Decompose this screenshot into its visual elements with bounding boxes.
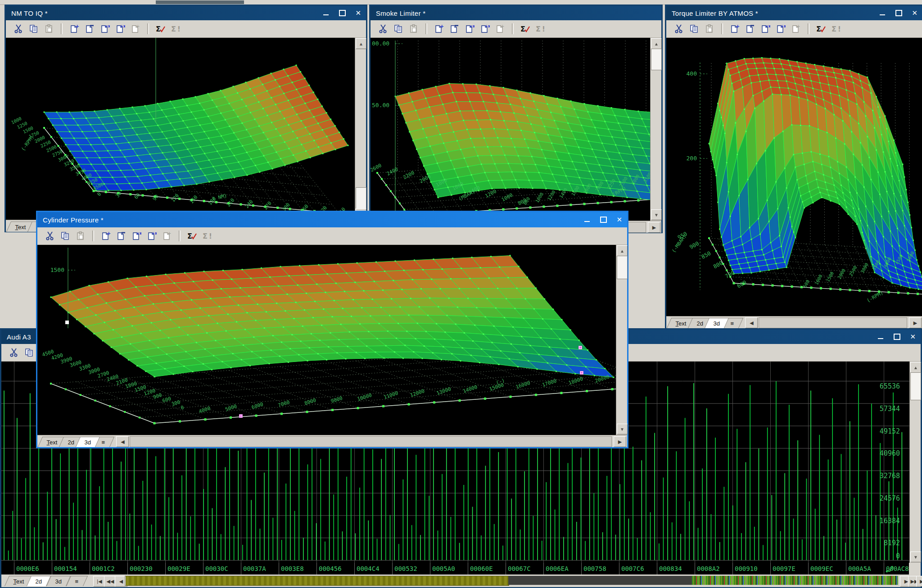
cut-icon[interactable] bbox=[377, 23, 389, 35]
titlebar-nm-to-iq[interactable]: NM TO IQ * ✕ bbox=[6, 6, 366, 20]
minimize-button[interactable] bbox=[321, 9, 331, 18]
svg-text:+x: +x bbox=[120, 24, 125, 28]
cylinder-vertical-scrollbar[interactable]: ▲ ▼ bbox=[616, 245, 627, 435]
svg-text:+: + bbox=[107, 231, 111, 236]
scroll-thumb[interactable] bbox=[617, 256, 628, 279]
copy-icon[interactable] bbox=[59, 230, 72, 242]
torque-3d-surface-plot[interactable] bbox=[666, 38, 922, 316]
doc-plus-icon[interactable]: + bbox=[99, 230, 112, 242]
scroll-up-arrow[interactable]: ▲ bbox=[910, 362, 921, 373]
sigma-check-icon[interactable]: Σ bbox=[154, 23, 167, 35]
toolbar-separator bbox=[721, 23, 723, 34]
minimize-button[interactable] bbox=[582, 215, 592, 224]
address-label: 000154 bbox=[52, 563, 90, 574]
sigma-check-icon[interactable]: Σ bbox=[815, 23, 827, 35]
sigma-excl-icon[interactable]: Σ ! bbox=[201, 230, 214, 242]
hscroll-left-arrow[interactable]: ◀ bbox=[745, 317, 758, 328]
hscroll-thumb-map-colored[interactable] bbox=[126, 576, 509, 586]
address-label: 00037A bbox=[241, 563, 279, 574]
sigma-excl-icon[interactable]: Σ ! bbox=[170, 23, 182, 35]
hscroll-right-arrow[interactable]: ▶ bbox=[614, 436, 626, 447]
svg-text:+: + bbox=[796, 24, 800, 29]
hscroll-track-dark[interactable] bbox=[508, 576, 692, 585]
doc-minus-icon[interactable] bbox=[744, 23, 756, 35]
scroll-up-arrow[interactable]: ▲ bbox=[651, 38, 662, 49]
doc-add-icon[interactable]: + bbox=[494, 23, 506, 35]
cut-icon[interactable] bbox=[673, 23, 685, 35]
maximize-button[interactable] bbox=[337, 9, 347, 18]
hscroll-map-overview-stripes[interactable] bbox=[692, 576, 898, 585]
doc-eqx-icon[interactable]: =x bbox=[130, 230, 143, 242]
doc-add-icon[interactable]: + bbox=[129, 23, 142, 35]
titlebar-smoke-limiter[interactable]: Smoke Limiter * bbox=[371, 6, 661, 20]
address-label: 00097E bbox=[770, 563, 808, 574]
maximize-button[interactable] bbox=[598, 215, 608, 224]
address-label: 000230 bbox=[127, 563, 165, 574]
close-button[interactable]: ✕ bbox=[908, 332, 918, 341]
doc-plus-icon[interactable]: + bbox=[728, 23, 741, 35]
doc-minus-icon[interactable] bbox=[83, 23, 96, 35]
doc-plusx-icon[interactable]: +x bbox=[114, 23, 127, 35]
doc-minus-icon[interactable] bbox=[115, 230, 127, 242]
cut-icon[interactable] bbox=[8, 346, 20, 359]
close-button[interactable]: ✕ bbox=[910, 9, 920, 18]
sigma-check-icon[interactable]: Σ bbox=[186, 230, 199, 242]
toolbar-smoke: + =x +x + Σ Σ ! bbox=[371, 20, 661, 38]
doc-plusx-icon[interactable]: +x bbox=[145, 230, 158, 242]
svg-text:!: ! bbox=[209, 232, 212, 240]
scroll-up-arrow[interactable]: ▲ bbox=[617, 245, 628, 256]
copy-icon[interactable] bbox=[392, 23, 405, 35]
doc-add-icon[interactable]: + bbox=[161, 230, 173, 242]
nm-3d-surface-plot[interactable] bbox=[6, 38, 355, 220]
copy-icon[interactable] bbox=[27, 23, 40, 35]
hscroll-right-arrow[interactable]: ▶ bbox=[648, 222, 660, 233]
hscroll-left-arrow[interactable]: ◀ bbox=[116, 436, 129, 447]
paste-icon[interactable] bbox=[407, 23, 420, 35]
cut-icon[interactable] bbox=[12, 23, 25, 35]
titlebar-torque-limiter[interactable]: Torque Limiter BY ATMOS * ✕ bbox=[666, 6, 922, 20]
doc-minus-icon[interactable] bbox=[448, 23, 461, 35]
doc-eqx-icon[interactable]: =x bbox=[759, 23, 772, 35]
nav--fwd-button[interactable]: ▶| bbox=[916, 576, 922, 587]
minimize-button[interactable] bbox=[876, 332, 886, 341]
toolbar-separator bbox=[425, 23, 427, 34]
scroll-up-arrow[interactable]: ▲ bbox=[356, 38, 366, 49]
doc-plus-icon[interactable]: + bbox=[433, 23, 445, 35]
sigma-excl-icon[interactable]: Σ ! bbox=[534, 23, 547, 35]
scroll-thumb[interactable] bbox=[356, 187, 366, 209]
doc-eqx-icon[interactable]: =x bbox=[463, 23, 476, 35]
sigma-excl-icon[interactable]: Σ ! bbox=[830, 23, 843, 35]
paste-icon[interactable] bbox=[703, 23, 716, 35]
doc-plusx-icon[interactable]: +x bbox=[774, 23, 787, 35]
minimize-button[interactable] bbox=[877, 9, 887, 18]
audi-vertical-scrollbar[interactable]: ▲ ▼ bbox=[909, 362, 921, 563]
hscroll-track[interactable] bbox=[130, 436, 612, 447]
titlebar-cylinder-pressure[interactable]: Cylinder Pressure * ✕ bbox=[37, 212, 627, 227]
scroll-thumb[interactable] bbox=[651, 49, 662, 70]
hscroll-right-arrow[interactable]: ▶ bbox=[909, 317, 922, 328]
paste-icon[interactable] bbox=[43, 23, 55, 35]
copy-icon[interactable] bbox=[23, 346, 36, 359]
scroll-down-arrow[interactable]: ▼ bbox=[910, 552, 921, 562]
maximize-button[interactable] bbox=[894, 9, 904, 18]
doc-plus-icon[interactable]: + bbox=[68, 23, 81, 35]
scroll-down-arrow[interactable]: ▼ bbox=[617, 424, 628, 434]
cylinder-3d-surface-plot[interactable] bbox=[37, 245, 616, 435]
doc-add-icon[interactable]: + bbox=[790, 23, 802, 35]
smoke-3d-surface-plot[interactable] bbox=[371, 38, 651, 221]
address-label: 000A5A bbox=[846, 563, 884, 574]
sigma-check-icon[interactable]: Σ bbox=[519, 23, 532, 35]
scroll-thumb[interactable] bbox=[910, 372, 921, 400]
doc-eqx-icon[interactable]: =x bbox=[99, 23, 111, 35]
paste-icon[interactable] bbox=[74, 230, 87, 242]
smoke-vertical-scrollbar[interactable]: ▲ ▼ bbox=[650, 38, 661, 221]
copy-icon[interactable] bbox=[688, 23, 701, 35]
hscroll-track[interactable] bbox=[759, 317, 907, 328]
cut-icon[interactable] bbox=[44, 230, 56, 242]
doc-plusx-icon[interactable]: +x bbox=[479, 23, 491, 35]
scroll-down-arrow[interactable]: ▼ bbox=[651, 209, 662, 220]
close-button[interactable]: ✕ bbox=[615, 215, 624, 224]
maximize-button[interactable] bbox=[892, 332, 902, 341]
nm-vertical-scrollbar[interactable]: ▲ ▼ bbox=[355, 38, 366, 220]
close-button[interactable]: ✕ bbox=[353, 9, 363, 18]
